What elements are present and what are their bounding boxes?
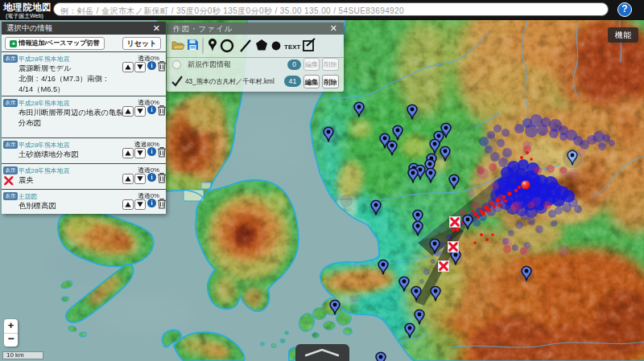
- svg-text:TEXT: TEXT: [284, 43, 301, 51]
